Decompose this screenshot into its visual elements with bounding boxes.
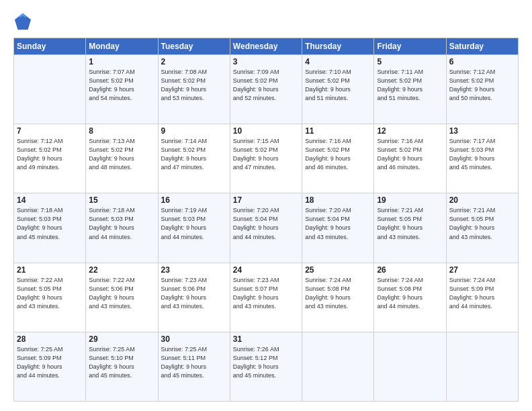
calendar-cell: 4Sunrise: 7:10 AM Sunset: 5:02 PM Daylig…	[302, 55, 374, 124]
day-number: 28	[17, 334, 83, 344]
day-info: Sunrise: 7:16 AM Sunset: 5:02 PM Dayligh…	[305, 137, 371, 172]
day-info: Sunrise: 7:23 AM Sunset: 5:07 PM Dayligh…	[233, 276, 299, 311]
calendar-table: SundayMondayTuesdayWednesdayThursdayFrid…	[13, 38, 519, 402]
day-info: Sunrise: 7:12 AM Sunset: 5:02 PM Dayligh…	[449, 68, 515, 103]
day-number: 7	[17, 126, 83, 136]
logo	[13, 12, 35, 31]
day-number: 4	[305, 57, 371, 66]
day-info: Sunrise: 7:07 AM Sunset: 5:02 PM Dayligh…	[89, 68, 154, 103]
day-info: Sunrise: 7:25 AM Sunset: 5:10 PM Dayligh…	[89, 345, 154, 380]
day-number: 8	[89, 126, 154, 136]
calendar-cell: 13Sunrise: 7:17 AM Sunset: 5:03 PM Dayli…	[446, 124, 518, 193]
calendar-cell	[374, 332, 446, 401]
calendar-cell: 18Sunrise: 7:20 AM Sunset: 5:04 PM Dayli…	[302, 193, 374, 263]
day-number: 14	[17, 195, 83, 205]
day-info: Sunrise: 7:17 AM Sunset: 5:03 PM Dayligh…	[449, 137, 515, 172]
day-number: 24	[233, 265, 299, 275]
header	[13, 12, 519, 31]
day-number: 25	[305, 265, 371, 275]
day-number: 3	[233, 57, 299, 66]
day-info: Sunrise: 7:20 AM Sunset: 5:04 PM Dayligh…	[233, 206, 299, 241]
day-number: 15	[89, 195, 154, 205]
calendar-cell	[446, 332, 518, 401]
day-number: 29	[89, 334, 154, 344]
calendar-cell: 25Sunrise: 7:24 AM Sunset: 5:08 PM Dayli…	[302, 263, 374, 332]
calendar-cell: 20Sunrise: 7:21 AM Sunset: 5:05 PM Dayli…	[446, 193, 518, 263]
calendar-cell: 3Sunrise: 7:09 AM Sunset: 5:02 PM Daylig…	[230, 55, 302, 124]
day-info: Sunrise: 7:23 AM Sunset: 5:06 PM Dayligh…	[161, 276, 227, 311]
weekday-header-thursday: Thursday	[302, 38, 374, 55]
day-number: 23	[161, 265, 227, 275]
day-info: Sunrise: 7:20 AM Sunset: 5:04 PM Dayligh…	[305, 206, 371, 241]
day-number: 12	[377, 126, 443, 136]
calendar-cell: 12Sunrise: 7:16 AM Sunset: 5:02 PM Dayli…	[374, 124, 446, 193]
day-info: Sunrise: 7:25 AM Sunset: 5:09 PM Dayligh…	[17, 345, 83, 380]
logo-icon	[13, 12, 32, 31]
calendar-week-5: 28Sunrise: 7:25 AM Sunset: 5:09 PM Dayli…	[14, 332, 519, 401]
calendar-cell: 22Sunrise: 7:22 AM Sunset: 5:06 PM Dayli…	[86, 263, 158, 332]
day-number: 17	[233, 195, 299, 205]
weekday-header-friday: Friday	[374, 38, 446, 55]
day-info: Sunrise: 7:25 AM Sunset: 5:11 PM Dayligh…	[161, 345, 227, 380]
calendar-week-2: 7Sunrise: 7:12 AM Sunset: 5:02 PM Daylig…	[14, 124, 519, 193]
day-info: Sunrise: 7:12 AM Sunset: 5:02 PM Dayligh…	[17, 137, 83, 172]
calendar-cell: 1Sunrise: 7:07 AM Sunset: 5:02 PM Daylig…	[86, 55, 158, 124]
day-info: Sunrise: 7:18 AM Sunset: 5:03 PM Dayligh…	[89, 206, 154, 241]
calendar-cell: 17Sunrise: 7:20 AM Sunset: 5:04 PM Dayli…	[230, 193, 302, 263]
calendar-cell: 9Sunrise: 7:14 AM Sunset: 5:02 PM Daylig…	[158, 124, 230, 193]
weekday-header-row: SundayMondayTuesdayWednesdayThursdayFrid…	[14, 38, 519, 55]
calendar-cell: 19Sunrise: 7:21 AM Sunset: 5:05 PM Dayli…	[374, 193, 446, 263]
day-number: 31	[233, 334, 299, 344]
day-info: Sunrise: 7:10 AM Sunset: 5:02 PM Dayligh…	[305, 68, 371, 103]
day-number: 13	[449, 126, 515, 136]
calendar-cell: 28Sunrise: 7:25 AM Sunset: 5:09 PM Dayli…	[14, 332, 86, 401]
weekday-header-monday: Monday	[86, 38, 158, 55]
calendar-cell: 7Sunrise: 7:12 AM Sunset: 5:02 PM Daylig…	[14, 124, 86, 193]
calendar-cell: 11Sunrise: 7:16 AM Sunset: 5:02 PM Dayli…	[302, 124, 374, 193]
weekday-header-sunday: Sunday	[14, 38, 86, 55]
page: SundayMondayTuesdayWednesdayThursdayFrid…	[0, 0, 532, 411]
calendar-cell: 5Sunrise: 7:11 AM Sunset: 5:02 PM Daylig…	[374, 55, 446, 124]
calendar-week-4: 21Sunrise: 7:22 AM Sunset: 5:05 PM Dayli…	[14, 263, 519, 332]
calendar-cell: 2Sunrise: 7:08 AM Sunset: 5:02 PM Daylig…	[158, 55, 230, 124]
calendar-cell: 16Sunrise: 7:19 AM Sunset: 5:03 PM Dayli…	[158, 193, 230, 263]
day-number: 20	[449, 195, 515, 205]
day-info: Sunrise: 7:21 AM Sunset: 5:05 PM Dayligh…	[449, 206, 515, 241]
day-info: Sunrise: 7:09 AM Sunset: 5:02 PM Dayligh…	[233, 68, 299, 103]
day-number: 21	[17, 265, 83, 275]
day-number: 22	[89, 265, 154, 275]
calendar-cell: 29Sunrise: 7:25 AM Sunset: 5:10 PM Dayli…	[86, 332, 158, 401]
day-number: 2	[161, 57, 227, 66]
calendar-week-3: 14Sunrise: 7:18 AM Sunset: 5:03 PM Dayli…	[14, 193, 519, 263]
day-number: 27	[449, 265, 515, 275]
day-info: Sunrise: 7:14 AM Sunset: 5:02 PM Dayligh…	[161, 137, 227, 172]
day-number: 11	[305, 126, 371, 136]
day-number: 5	[377, 57, 443, 66]
calendar-cell: 21Sunrise: 7:22 AM Sunset: 5:05 PM Dayli…	[14, 263, 86, 332]
day-info: Sunrise: 7:24 AM Sunset: 5:08 PM Dayligh…	[305, 276, 371, 311]
weekday-header-saturday: Saturday	[446, 38, 518, 55]
day-info: Sunrise: 7:11 AM Sunset: 5:02 PM Dayligh…	[377, 68, 443, 103]
day-info: Sunrise: 7:19 AM Sunset: 5:03 PM Dayligh…	[161, 206, 227, 241]
day-number: 16	[161, 195, 227, 205]
day-info: Sunrise: 7:24 AM Sunset: 5:08 PM Dayligh…	[377, 276, 443, 311]
day-number: 9	[161, 126, 227, 136]
calendar-cell: 31Sunrise: 7:26 AM Sunset: 5:12 PM Dayli…	[230, 332, 302, 401]
day-info: Sunrise: 7:13 AM Sunset: 5:02 PM Dayligh…	[89, 137, 154, 172]
day-number: 10	[233, 126, 299, 136]
calendar-cell: 14Sunrise: 7:18 AM Sunset: 5:03 PM Dayli…	[14, 193, 86, 263]
calendar-cell: 24Sunrise: 7:23 AM Sunset: 5:07 PM Dayli…	[230, 263, 302, 332]
calendar-cell: 30Sunrise: 7:25 AM Sunset: 5:11 PM Dayli…	[158, 332, 230, 401]
day-number: 30	[161, 334, 227, 344]
calendar-cell	[302, 332, 374, 401]
day-info: Sunrise: 7:16 AM Sunset: 5:02 PM Dayligh…	[377, 137, 443, 172]
day-info: Sunrise: 7:18 AM Sunset: 5:03 PM Dayligh…	[17, 206, 83, 241]
day-number: 1	[89, 57, 154, 66]
weekday-header-tuesday: Tuesday	[158, 38, 230, 55]
calendar-week-1: 1Sunrise: 7:07 AM Sunset: 5:02 PM Daylig…	[14, 55, 519, 124]
calendar-cell: 10Sunrise: 7:15 AM Sunset: 5:02 PM Dayli…	[230, 124, 302, 193]
day-info: Sunrise: 7:08 AM Sunset: 5:02 PM Dayligh…	[161, 68, 227, 103]
calendar-cell	[14, 55, 86, 124]
day-info: Sunrise: 7:22 AM Sunset: 5:06 PM Dayligh…	[89, 276, 154, 311]
calendar-cell: 8Sunrise: 7:13 AM Sunset: 5:02 PM Daylig…	[86, 124, 158, 193]
